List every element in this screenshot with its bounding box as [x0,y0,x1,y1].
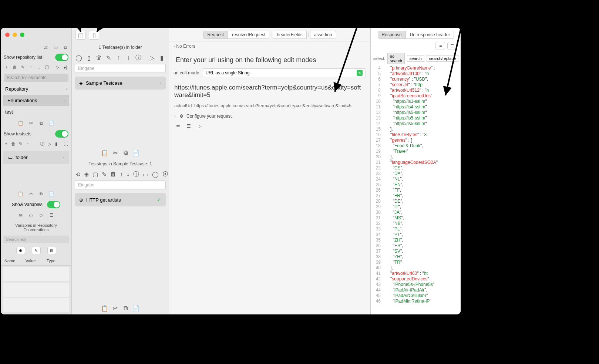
info-icon[interactable]: ⓘ [44,64,50,71]
edit-var-button[interactable]: ✎ [32,247,41,254]
clipboard-icon[interactable]: 📋 [17,191,24,197]
clipboard-icon[interactable]: 📋 [17,120,24,127]
back-icon[interactable]: ⟲ [75,171,80,178]
up-icon[interactable]: ↑ [28,64,34,71]
copy-icon[interactable]: ⧉ [62,44,68,51]
panel-toggle-button[interactable]: ▯ [89,31,99,40]
add-var-button[interactable]: ⊕ [16,247,25,254]
edit-icon[interactable]: ✎ [106,54,112,61]
cut-icon[interactable]: ✂ [28,120,34,127]
rect-icon[interactable]: ▭ [143,171,148,178]
folder-icon[interactable]: ▭ [52,44,59,51]
cut-icon[interactable]: ✂ [112,305,118,311]
variable-row[interactable] [3,283,69,297]
add-icon[interactable]: + [4,141,9,147]
info-icon[interactable]: ⓘ [133,171,139,178]
down-icon[interactable]: ↓ [127,171,129,178]
copy2-icon[interactable]: ⧉ [38,120,45,127]
mail-icon[interactable]: ✉ [17,212,24,219]
tab-response[interactable]: Response [378,31,406,39]
marker-icon[interactable]: ▮ [54,141,59,147]
search-elements-input[interactable]: Search for elements [4,74,68,82]
testcase-input[interactable]: Eingabe [75,64,166,73]
cut-icon[interactable]: ✂ [28,191,34,197]
down-icon[interactable]: ↓ [33,141,37,147]
maximize-window-button[interactable] [20,33,24,37]
play-icon[interactable]: ▷ [47,141,52,147]
record-icon[interactable]: ⦿ [162,171,168,178]
paste-icon[interactable]: 📄 [132,149,139,156]
sidebar-item-test[interactable]: test [1,106,71,118]
delete-icon[interactable]: 🗑 [12,64,18,71]
search-text-input[interactable]: SearchText [3,236,69,243]
list-icon[interactable]: ☰ [185,122,192,129]
url-edit-mode-select[interactable]: URL as a single String ⇅ [202,68,366,77]
paste-icon[interactable]: 📄 [48,120,55,127]
skip-icon[interactable]: ▸| [63,64,68,71]
tab-resolved-request[interactable]: resolvedRequest [228,31,269,39]
view-mode-b[interactable]: ☰ [447,42,457,50]
tab-url-response-header[interactable]: Url response header [406,31,454,39]
variable-row[interactable] [3,267,69,281]
close-window-button[interactable] [5,33,10,37]
marker-icon[interactable]: ▮ [159,54,165,61]
swap-icon[interactable]: ⇄ [43,44,49,51]
search-seg-search[interactable]: search [407,55,424,62]
delete-icon[interactable]: 🗑 [11,141,16,147]
testcase-item[interactable]: ◈ Sample Testcase › [75,77,166,90]
url-value[interactable]: https://itunes.apple.com/search?term=yel… [169,80,370,102]
clipboard-icon[interactable]: 📋 [101,149,108,156]
edit-icon[interactable]: ✎ [102,171,107,178]
tab-header-fields[interactable]: headerFields [273,31,306,39]
folder2-icon[interactable]: ▭ [28,212,34,219]
show-repo-toggle[interactable] [55,54,68,61]
clipboard-icon[interactable]: 📋 [101,305,108,311]
minimize-window-button[interactable] [13,33,17,37]
globe-icon[interactable]: ⊕ [84,171,89,178]
list-icon[interactable]: ☰ [48,212,55,219]
down-icon[interactable]: ↓ [36,64,42,71]
search-seg-search-replace[interactable]: search/replace [427,55,458,62]
paste-icon[interactable]: 📄 [132,305,139,311]
teststep-item[interactable]: ⊕ HTTP get artists ✓ [75,193,166,206]
copy2-icon[interactable]: ⧉ [122,149,129,156]
teststep-input[interactable]: Eingabe [75,181,166,189]
info-icon[interactable]: ⓘ [40,141,44,147]
paste-icon[interactable]: 📄 [48,191,55,197]
folder-item[interactable]: ▭ folder › [3,151,69,164]
show-variables-toggle[interactable] [47,201,60,208]
select-stepper-icon[interactable]: ⇅ [357,70,363,76]
edit-icon[interactable]: ✎ [20,64,26,71]
up-icon[interactable]: ↑ [25,141,30,147]
text-icon[interactable]: ≔ [174,122,181,129]
play-icon[interactable]: ▷ [54,64,60,71]
copy2-icon[interactable]: ⧉ [38,191,45,197]
expand-icon[interactable]: ⛶ [64,141,68,147]
sidebar-item-repository[interactable]: Repository › [1,83,71,95]
shield-icon[interactable]: ◇ [38,212,45,219]
sidebar-toggle-button[interactable]: ◫ [75,31,86,40]
sidebar-item-enumerations[interactable]: Enumerations › [3,95,69,106]
up-icon[interactable]: ↑ [115,54,122,61]
play-icon[interactable]: ▷ [149,54,155,61]
show-testsets-toggle[interactable] [55,130,68,138]
up-icon[interactable]: ↑ [120,171,123,178]
variable-row[interactable] [3,298,69,312]
search-seg-no-search[interactable]: no search [387,53,405,64]
delete-icon[interactable]: 🗑 [96,54,102,61]
copy2-icon[interactable]: ⧉ [122,305,129,311]
add-icon[interactable]: + [4,64,10,71]
view-mode-a[interactable]: ≔ [435,42,445,50]
delete-var-button[interactable]: 🗑 [47,247,56,254]
clipboard-icon[interactable]: ▯ [86,54,92,61]
tab-assertion[interactable]: assertion [310,31,336,39]
circle-icon[interactable]: ◯ [152,171,159,178]
check-icon[interactable]: ◯ [75,54,82,61]
delete-icon[interactable]: 🗑 [110,171,116,178]
info-icon[interactable]: ⓘ [135,54,142,61]
edit-icon[interactable]: ✎ [18,141,23,147]
play-icon[interactable]: ▷ [196,122,203,129]
box-icon[interactable]: ▢ [92,171,98,178]
cut-icon[interactable]: ✂ [112,149,118,156]
tab-request[interactable]: Request [203,31,228,39]
